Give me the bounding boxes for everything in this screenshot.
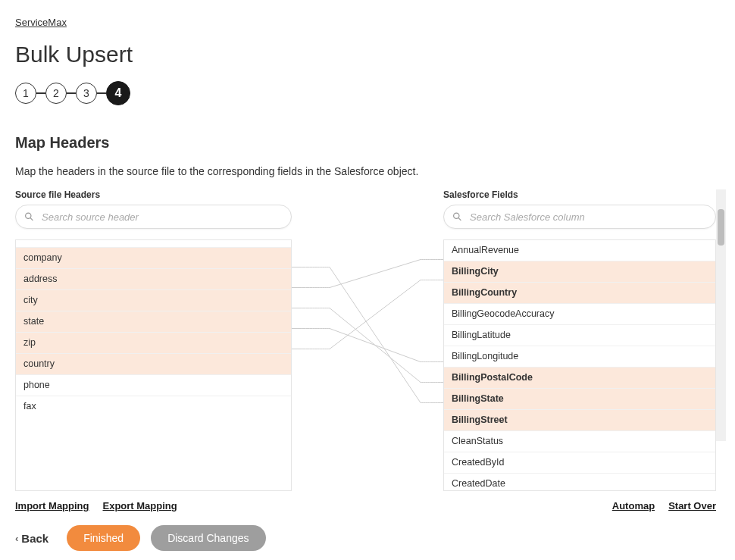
breadcrumb[interactable]: ServiceMax xyxy=(15,17,67,28)
salesforce-field-item[interactable]: BillingStreet xyxy=(444,410,715,431)
source-header-item[interactable]: zip xyxy=(16,333,291,354)
step-3[interactable]: 3 xyxy=(76,83,97,104)
step-1[interactable]: 1 xyxy=(15,83,36,104)
import-mapping-link[interactable]: Import Mapping xyxy=(15,500,89,512)
source-headers-list: companyaddresscitystatezipcountryphonefa… xyxy=(15,239,292,491)
list-item-blank xyxy=(16,240,291,248)
section-title: Map Headers xyxy=(15,134,720,152)
scrollbar-thumb[interactable] xyxy=(718,209,724,246)
back-button[interactable]: ‹ Back xyxy=(15,527,56,549)
source-header-item[interactable]: city xyxy=(16,290,291,311)
salesforce-field-item[interactable]: CreatedById xyxy=(444,452,715,474)
salesforce-field-item[interactable]: AnnualRevenue xyxy=(444,240,715,261)
export-mapping-link[interactable]: Export Mapping xyxy=(103,500,177,512)
salesforce-field-item[interactable]: CleanStatus xyxy=(444,431,715,452)
salesforce-field-item[interactable]: BillingCity xyxy=(444,261,715,283)
source-header-item[interactable]: company xyxy=(16,248,291,269)
source-header-item[interactable]: fax xyxy=(16,396,291,417)
salesforce-search-input[interactable] xyxy=(443,205,716,229)
salesforce-field-item[interactable]: CreatedDate xyxy=(444,474,715,491)
svg-point-2 xyxy=(454,213,459,218)
start-over-link[interactable]: Start Over xyxy=(668,500,716,512)
source-header-item[interactable]: state xyxy=(16,311,291,333)
chevron-left-icon: ‹ xyxy=(15,533,18,544)
salesforce-field-item[interactable]: BillingState xyxy=(444,389,715,410)
search-icon xyxy=(452,212,462,222)
salesforce-field-item[interactable]: BillingLatitude xyxy=(444,325,715,346)
svg-line-1 xyxy=(30,218,33,221)
salesforce-field-item[interactable]: BillingPostalCode xyxy=(444,368,715,389)
salesforce-field-item[interactable]: BillingLongitude xyxy=(444,346,715,368)
page-title: Bulk Upsert xyxy=(15,42,720,67)
source-headers-label: Source file Headers xyxy=(15,189,292,200)
mapping-connectors xyxy=(292,229,458,486)
step-connector xyxy=(97,92,106,94)
section-description: Map the headers in the source file to th… xyxy=(15,165,720,177)
step-connector xyxy=(67,92,76,94)
step-4[interactable]: 4 xyxy=(106,81,130,105)
salesforce-field-item[interactable]: BillingGeocodeAccuracy xyxy=(444,304,715,325)
search-icon xyxy=(24,212,34,222)
source-header-item[interactable]: phone xyxy=(16,375,291,396)
back-label: Back xyxy=(21,532,48,545)
step-connector xyxy=(36,92,45,94)
step-2[interactable]: 2 xyxy=(45,83,67,104)
source-header-item[interactable]: country xyxy=(16,354,291,375)
discard-changes-button[interactable]: Discard Changes xyxy=(151,525,265,551)
stepper: 1234 xyxy=(15,81,720,105)
source-search-input[interactable] xyxy=(15,205,292,229)
scrollbar-track[interactable] xyxy=(716,189,726,441)
source-header-item[interactable]: address xyxy=(16,269,291,290)
svg-point-0 xyxy=(26,213,31,218)
finished-button[interactable]: Finished xyxy=(67,525,140,551)
salesforce-field-item[interactable]: BillingCountry xyxy=(444,283,715,304)
salesforce-fields-list: AnnualRevenueBillingCityBillingCountryBi… xyxy=(443,239,716,491)
automap-link[interactable]: Automap xyxy=(612,500,655,512)
svg-line-3 xyxy=(458,218,461,221)
salesforce-fields-label: Salesforce Fields xyxy=(443,189,716,200)
